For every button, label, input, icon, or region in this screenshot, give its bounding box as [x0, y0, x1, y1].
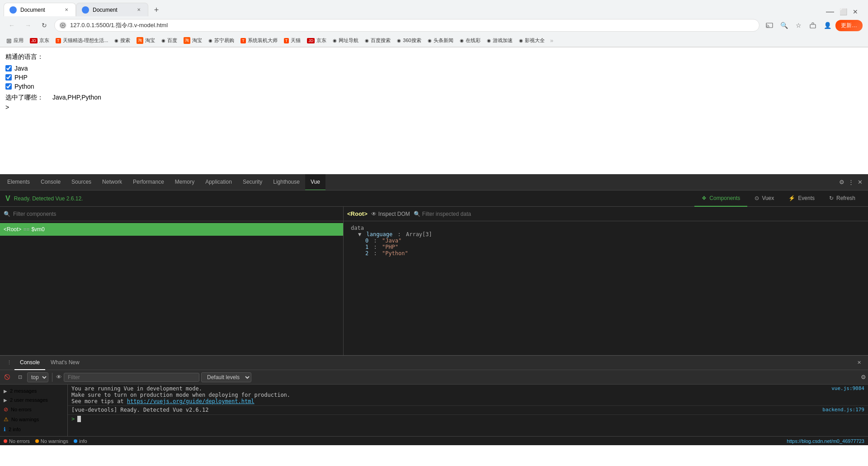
forward-button[interactable]: → — [22, 19, 34, 32]
sidebar-all-messages[interactable]: ▶ 2 messages — [0, 386, 67, 395]
devtools-tab-security[interactable]: Security — [237, 174, 268, 190]
status-errors: No errors — [4, 438, 30, 444]
console-msg-2-src[interactable]: backend.js:179 — [822, 407, 864, 413]
bookmark-master[interactable]: T 系统装机大师 — [238, 36, 280, 45]
devtools-tab-memory[interactable]: Memory — [170, 174, 200, 190]
bookmark-taobao2[interactable]: 淘 淘宝 — [181, 36, 205, 45]
devtools-tab-performance[interactable]: Performance — [127, 174, 170, 190]
checkbox-java[interactable]: Java — [5, 65, 863, 72]
language-key: language — [366, 231, 392, 238]
bookmark-suning[interactable]: ◉ 苏宁易购 — [206, 36, 237, 45]
tab-close-1[interactable]: ✕ — [63, 6, 70, 14]
devtools-tab-sources[interactable]: Sources — [66, 174, 97, 190]
checkbox-python-input[interactable] — [5, 83, 12, 90]
sidebar-warnings[interactable]: ⚠ No warnings — [0, 414, 67, 424]
close-button[interactable]: ✕ — [853, 8, 858, 15]
devtools-tab-lighthouse[interactable]: Lighthouse — [268, 174, 305, 190]
warning-dot — [35, 439, 39, 443]
address-bar[interactable]: 127.0.0.1:5500/1.指令/3.v-model.html — [54, 19, 760, 32]
vue-nav-refresh[interactable]: ↻ Refresh — [822, 190, 863, 207]
bookmark-game[interactable]: ◉ 游戏加速 — [484, 36, 515, 45]
bookmark-baidu[interactable]: ◉ 百度 — [159, 36, 180, 45]
tab-2[interactable]: D Document ✕ — [76, 3, 148, 16]
bookmark-baidu-search[interactable]: ◉ 百度搜索 — [362, 36, 393, 45]
maximize-button[interactable]: ⬜ — [840, 8, 847, 15]
vue-nav-events[interactable]: ⚡ Events — [781, 190, 822, 207]
reload-button[interactable]: ↻ — [38, 19, 51, 32]
console-close-button[interactable]: ✕ — [854, 357, 864, 368]
console-tab-console[interactable]: Console — [14, 356, 45, 370]
status-warnings: No warnings — [35, 438, 68, 444]
bookmark-jd1[interactable]: JD 京东 — [27, 36, 52, 45]
vue-nav-components[interactable]: ❖ Components — [694, 190, 747, 207]
console-msg-1-text: You are running Vue in development mode.… — [71, 385, 831, 404]
console-tab-whatsnew[interactable]: What's New — [45, 356, 85, 370]
devtools-tab-network[interactable]: Network — [97, 174, 127, 190]
vue-filter-bar: 🔍 — [0, 207, 343, 221]
inspect-dom-button[interactable]: 👁 Inspect DOM — [371, 211, 410, 217]
bookmark-360[interactable]: ◉ 360搜索 — [394, 36, 424, 45]
filter-inspected-bar: 🔍 — [414, 211, 513, 217]
devtools-settings-icon[interactable]: ⚙ — [839, 179, 844, 185]
context-select[interactable]: top — [27, 372, 48, 382]
bookmark-jd2[interactable]: JD 京东 — [304, 36, 329, 45]
update-button[interactable]: 更新… — [835, 20, 863, 31]
checkbox-php[interactable]: PHP — [5, 74, 863, 81]
new-tab-button[interactable]: + — [150, 4, 163, 16]
sidebar-errors[interactable]: ⊘ No errors — [0, 404, 67, 414]
user-chevron-icon: ▶ — [4, 398, 7, 403]
deployment-link[interactable]: https://vuejs.org/guide/deployment.html — [127, 398, 255, 404]
bookmark-search[interactable]: ◉ 搜索 — [112, 36, 133, 45]
checkbox-php-input[interactable] — [5, 74, 12, 81]
console-content: ▶ 2 messages ▶ 2 user messages ⊘ No erro… — [0, 385, 868, 436]
back-button[interactable]: ← — [5, 19, 18, 32]
cast-button[interactable] — [763, 19, 776, 32]
devtools-close-icon[interactable]: ✕ — [858, 179, 863, 185]
console-input-line[interactable]: > — [68, 415, 868, 423]
console-settings-button[interactable]: ⚙ — [861, 374, 866, 380]
minimize-button[interactable]: — — [826, 7, 834, 16]
tab-title-1: Document — [20, 7, 59, 13]
console-menu-button[interactable]: ⋮ — [4, 357, 14, 368]
bookmark-lottery[interactable]: ◉ 在线彩 — [457, 36, 483, 45]
checkbox-python[interactable]: Python — [5, 83, 863, 90]
tab-close-2[interactable]: ✕ — [135, 6, 142, 14]
eye-button[interactable]: 👁 — [56, 374, 62, 380]
filter-input[interactable] — [64, 373, 199, 382]
filter-components-input[interactable] — [13, 211, 340, 217]
filter-inspected-input[interactable] — [422, 211, 513, 217]
sidebar-info[interactable]: ℹ 2 info — [0, 424, 67, 434]
sidebar-user-messages[interactable]: ▶ 2 user messages — [0, 395, 67, 404]
bookmark-apps[interactable]: ⊞ 应用 — [4, 36, 26, 45]
bookmark-video[interactable]: ◉ 影视大全 — [516, 36, 547, 45]
devtools-tab-elements[interactable]: Elements — [2, 174, 35, 190]
devtools-tab-application[interactable]: Application — [200, 174, 237, 190]
devtools-tab-vue[interactable]: Vue — [305, 174, 326, 190]
filter-toggle-button[interactable]: ⊡ — [14, 372, 25, 383]
svg-text:D: D — [84, 9, 86, 12]
profile-button[interactable]: 👤 — [821, 19, 834, 32]
tab-1[interactable]: D Document ✕ — [4, 3, 76, 16]
bookmarks-more[interactable]: » — [550, 37, 553, 44]
extensions-button[interactable] — [807, 19, 819, 32]
bookmark-taobao[interactable]: 淘 淘宝 — [134, 36, 158, 45]
vue-nav-vuex[interactable]: ⊙ Vuex — [747, 190, 781, 207]
search-button[interactable]: 🔍 — [778, 19, 790, 32]
tab-favicon-2: D — [82, 6, 89, 14]
bookmark-toutiao[interactable]: ◉ 头条新闻 — [425, 36, 456, 45]
bookmark-tianmao[interactable]: T 天猫精选-理想生活... — [53, 36, 111, 45]
checkbox-java-input[interactable] — [5, 65, 12, 71]
component-item-root[interactable]: <Root> == $vm0 — [0, 223, 343, 236]
bookmark-nav[interactable]: ◉ 网址导航 — [330, 36, 361, 45]
devtools-tab-console[interactable]: Console — [35, 174, 66, 190]
sidebar-warnings-label: No warnings — [11, 417, 39, 422]
bookmark-button[interactable]: ☆ — [792, 19, 805, 32]
nav-bar: ← → ↻ 127.0.0.1:5500/1.指令/3.v-model.html… — [0, 16, 868, 34]
console-msg-1-src[interactable]: vue.js:9084 — [831, 385, 864, 391]
status-url[interactable]: https://blog.csdn.net/m0_46977723 — [787, 438, 864, 444]
refresh-icon: ↻ — [829, 195, 834, 201]
clear-console-button[interactable]: 🚫 — [2, 372, 13, 383]
devtools-more-icon[interactable]: ⋮ — [848, 179, 854, 185]
levels-select[interactable]: Default levels — [201, 372, 251, 382]
bookmark-tianmao2[interactable]: T 天猫 — [281, 36, 304, 45]
